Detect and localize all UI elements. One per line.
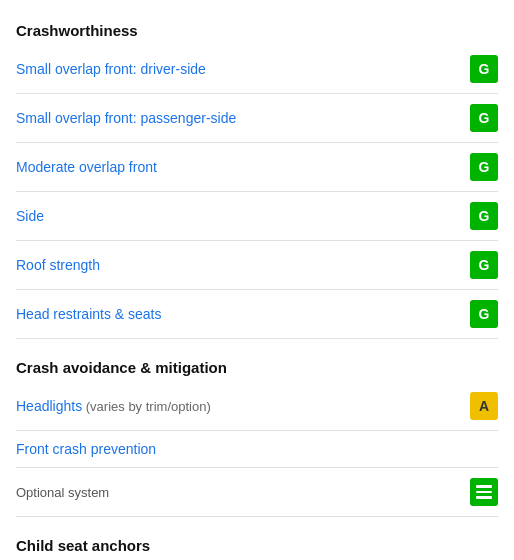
- row-roof-strength: Roof strengthG: [16, 241, 498, 290]
- label-text-head-restraints: Head restraints & seats: [16, 306, 162, 322]
- label-headlights: Headlights (varies by trim/option): [16, 398, 211, 414]
- label-text-moderate-overlap: Moderate overlap front: [16, 159, 157, 175]
- label-roof-strength: Roof strength: [16, 257, 100, 273]
- label-small-overlap-driver: Small overlap front: driver-side: [16, 61, 206, 77]
- row-small-overlap-passenger: Small overlap front: passenger-sideG: [16, 94, 498, 143]
- label-sub-headlights: (varies by trim/option): [82, 399, 211, 414]
- label-moderate-overlap: Moderate overlap front: [16, 159, 157, 175]
- label-side: Side: [16, 208, 44, 224]
- badge-headlights: A: [470, 392, 498, 420]
- badge-roof-strength: G: [470, 251, 498, 279]
- row-small-overlap-driver: Small overlap front: driver-sideG: [16, 45, 498, 94]
- badge-head-restraints: G: [470, 300, 498, 328]
- label-text-small-overlap-passenger: Small overlap front: passenger-side: [16, 110, 236, 126]
- row-side: SideG: [16, 192, 498, 241]
- label-text-front-crash-prevention: Front crash prevention: [16, 441, 156, 457]
- label-text-side: Side: [16, 208, 44, 224]
- badge-small-overlap-passenger: G: [470, 104, 498, 132]
- section-title-child-seat: Child seat anchors: [16, 527, 498, 560]
- section-title-crash-avoidance: Crash avoidance & mitigation: [16, 349, 498, 382]
- label-text-small-overlap-driver: Small overlap front: driver-side: [16, 61, 206, 77]
- row-front-crash-prevention: Front crash prevention: [16, 431, 498, 468]
- row-optional-system: Optional system: [16, 468, 498, 517]
- label-text-headlights: Headlights: [16, 398, 82, 414]
- badge-optional-system: [470, 478, 498, 506]
- row-headlights: Headlights (varies by trim/option)A: [16, 382, 498, 431]
- label-head-restraints: Head restraints & seats: [16, 306, 162, 322]
- badge-small-overlap-driver: G: [470, 55, 498, 83]
- label-front-crash-prevention: Front crash prevention: [16, 441, 156, 457]
- main-container: CrashworthinessSmall overlap front: driv…: [0, 0, 514, 560]
- badge-side: G: [470, 202, 498, 230]
- row-head-restraints: Head restraints & seatsG: [16, 290, 498, 339]
- row-moderate-overlap: Moderate overlap frontG: [16, 143, 498, 192]
- label-optional-system: Optional system: [16, 485, 109, 500]
- badge-moderate-overlap: G: [470, 153, 498, 181]
- section-title-crashworthiness: Crashworthiness: [16, 12, 498, 45]
- label-text-roof-strength: Roof strength: [16, 257, 100, 273]
- label-small-overlap-passenger: Small overlap front: passenger-side: [16, 110, 236, 126]
